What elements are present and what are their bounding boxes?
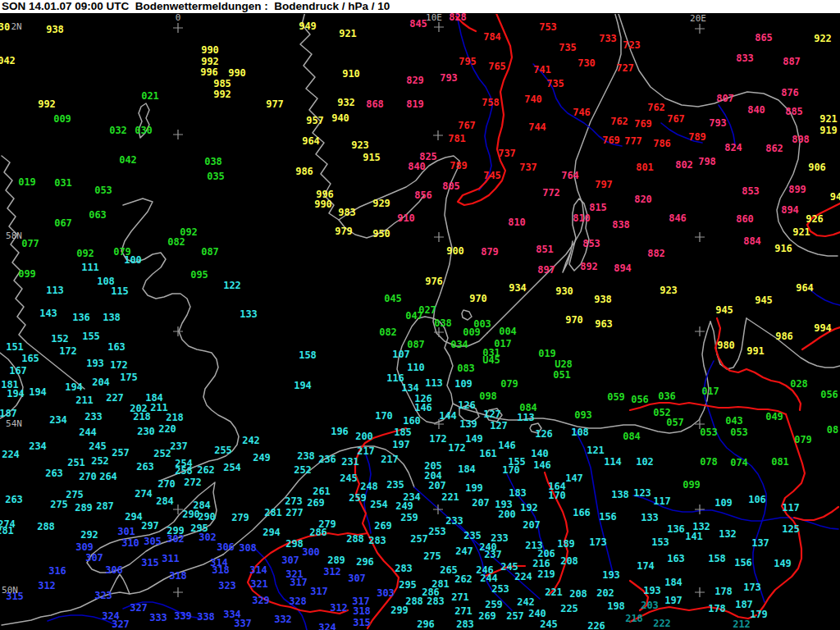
station-value: 184: [664, 578, 682, 587]
station-value: 263: [5, 495, 23, 504]
station-value: 155: [82, 332, 100, 340]
station-value: 979: [335, 227, 353, 235]
station-value: 167: [9, 367, 27, 375]
station-value: 923: [351, 141, 369, 149]
station-value: 853: [742, 187, 760, 195]
station-value: 840: [408, 162, 426, 171]
station-value: 235: [386, 481, 404, 489]
station-value: 216: [532, 559, 550, 568]
station-value: 281: [264, 509, 282, 517]
station-value: 851: [536, 245, 554, 253]
station-value: 099: [18, 270, 36, 278]
station-value: 730: [578, 59, 596, 67]
station-value: 307: [281, 556, 299, 564]
station-value: 865: [755, 34, 773, 42]
station-value: 312: [38, 582, 56, 590]
station-value: 173: [743, 583, 761, 591]
station-value: 174: [637, 562, 655, 570]
station-value: 218: [166, 413, 184, 422]
station-value: 271: [451, 593, 469, 601]
coastline: [462, 310, 472, 320]
station-value: 306: [105, 566, 123, 574]
station-value: 269: [307, 499, 325, 507]
station-value: 290: [198, 513, 216, 521]
title-text: SON 14.01.07 09:00 UTC Bodenwettermeldun…: [2, 0, 390, 12]
station-value: 296: [417, 620, 435, 628]
station-value: 262: [454, 575, 472, 583]
station-value: 017: [701, 387, 719, 395]
station-value: 283: [395, 564, 413, 573]
station-value: 035: [207, 172, 225, 180]
station-value: 797: [595, 180, 613, 189]
station-value: 259: [485, 600, 503, 609]
station-value: 042: [119, 156, 137, 164]
station-value: 323: [94, 591, 112, 600]
station-value: 275: [423, 552, 441, 560]
station-value: 245: [500, 563, 518, 571]
station-value: 786: [653, 139, 671, 148]
station-value: 985: [213, 80, 231, 88]
station-value: 769: [634, 120, 652, 128]
station-value: 057: [666, 418, 684, 427]
station-value: 231: [341, 458, 359, 466]
station-value: 143: [39, 309, 57, 317]
station-value: 294: [125, 513, 143, 521]
station-value: 299: [390, 606, 409, 614]
station-value: 197: [392, 441, 410, 449]
station-value: 175: [120, 373, 138, 381]
station-value: 031: [54, 179, 72, 187]
station-value: 114: [604, 458, 622, 466]
station-value: 082: [167, 238, 185, 246]
station-value: 271: [454, 607, 472, 615]
station-value: 772: [542, 189, 560, 197]
station-value: 249: [395, 502, 413, 510]
station-value: U28: [555, 360, 573, 368]
station-value: 053: [94, 186, 112, 194]
station-value: 275: [50, 500, 68, 509]
station-value: 758: [482, 98, 500, 107]
station-value: 915: [363, 153, 381, 162]
station-value: 317: [310, 587, 328, 596]
station-value: 333: [149, 614, 167, 622]
station-value: 296: [356, 558, 374, 566]
station-value: 136: [667, 525, 685, 533]
station-value: 200: [355, 432, 373, 441]
station-value: 235: [463, 532, 482, 540]
station-value: 862: [765, 144, 783, 153]
station-value: 222: [653, 619, 671, 628]
station-value: 283: [368, 536, 386, 545]
station-value: 992: [213, 90, 231, 98]
station-value: 236: [318, 455, 336, 463]
graticule-label: 0: [176, 14, 181, 22]
station-value: 324: [318, 623, 336, 630]
station-value: 108: [571, 428, 589, 436]
station-value: 781: [448, 135, 466, 143]
station-value: 793: [440, 74, 458, 82]
station-value: 923: [660, 286, 678, 294]
station-value: 288: [346, 535, 364, 543]
station-value: 868: [366, 100, 384, 108]
station-value: 165: [21, 354, 39, 363]
station-value: 149: [465, 435, 483, 443]
station-value: 043: [725, 417, 743, 425]
station-value: 897: [537, 266, 555, 274]
grid-cross-icon: [434, 232, 444, 242]
station-value: 123: [633, 489, 651, 497]
station-value: 286: [309, 528, 327, 536]
grid-cross-icon: [434, 22, 444, 32]
station-value: 207: [472, 499, 490, 507]
station-value: 230: [137, 427, 155, 436]
station-value: 172: [110, 361, 128, 369]
station-value: 769: [602, 136, 620, 144]
station-value: 217: [381, 455, 399, 463]
station-value: 115: [111, 287, 129, 295]
station-value: 247: [455, 547, 473, 555]
station-value: 194: [29, 388, 47, 396]
station-value: 30: [0, 23, 10, 31]
station-value: 312: [330, 604, 348, 612]
station-value: 185: [394, 428, 412, 436]
station-value: 211: [150, 404, 168, 412]
station-value: 019: [18, 178, 36, 186]
station-value: 207: [428, 482, 446, 490]
title-bar: SON 14.01.07 09:00 UTC Bodenwettermeldun…: [0, 0, 840, 14]
